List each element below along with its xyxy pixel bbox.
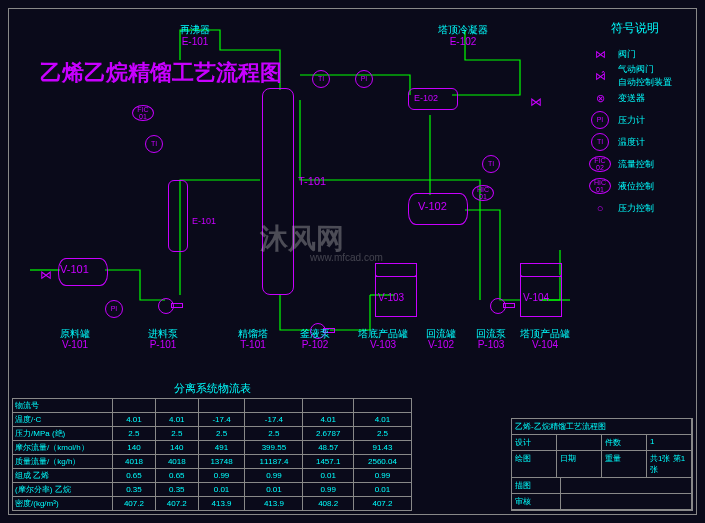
legend-symbol: ⊗	[582, 92, 618, 105]
legend-text: 压力控制	[618, 202, 654, 215]
legend-title: 符号说明	[582, 20, 687, 37]
legend-symbol: ⋈	[582, 48, 618, 61]
valve-2	[530, 92, 540, 100]
tb-design: 设计	[512, 435, 557, 450]
feed-pump	[158, 298, 174, 314]
watermark-url: www.mfcad.com	[310, 252, 383, 263]
reboiler-label: 再沸器E-101	[180, 24, 210, 48]
tb-check: 审核	[512, 494, 561, 509]
legend-symbol: ⋈̂	[582, 70, 618, 83]
table-title: 分离系统物流表	[12, 381, 412, 396]
legend-symbol: ○	[582, 202, 618, 214]
lbl-column: 精馏塔T-101	[238, 328, 268, 350]
pi-2: PI	[355, 70, 373, 88]
lbl-reflux-pump: 回流泵P-103	[476, 328, 506, 350]
lbl-feed-pump: 进料泵P-101	[148, 328, 178, 350]
lbl-bottom-tank: 塔底产品罐V-103	[358, 328, 408, 350]
lbl-top-tank: 塔顶产品罐V-104	[520, 328, 570, 350]
pi-1: PI	[105, 300, 123, 318]
legend-symbol: PI	[582, 111, 618, 129]
legend-symbol: HIC01	[582, 178, 618, 194]
valve-1	[40, 265, 50, 273]
reflux-pump	[490, 298, 506, 314]
legend: 符号说明 ⋈阀门⋈̂气动阀门 自动控制装置⊗变送器PI压力计TI温度计FIC02…	[582, 20, 687, 219]
exchanger-e101	[168, 180, 188, 252]
main-title: 乙烯乙烷精馏工艺流程图	[40, 58, 282, 88]
lbl-bottom-pump: 釜液泵P-102	[300, 328, 330, 350]
ti-1: TI	[145, 135, 163, 153]
ex-e102-tag: E-102	[414, 92, 438, 104]
legend-text: 温度计	[618, 136, 645, 149]
tb-empty	[557, 435, 602, 450]
column-tag: T-101	[298, 175, 326, 187]
lbl-reflux-tank: 回流罐V-102	[426, 328, 456, 350]
tb-count-lbl: 件数	[602, 435, 647, 450]
legend-text: 阀门	[618, 48, 636, 61]
title-block: 乙烯-乙烷精馏工艺流程图 设计 件数 1 绘图 日期 重量 共1张 第1张 描图…	[511, 418, 693, 511]
legend-symbol: TI	[582, 133, 618, 151]
legend-symbol: FIC02	[582, 156, 618, 172]
legend-text: 液位控制	[618, 180, 654, 193]
tb-draw: 绘图	[512, 451, 557, 477]
legend-text: 流量控制	[618, 158, 654, 171]
tb-weight: 重量	[602, 451, 647, 477]
tb-name: 乙烯-乙烷精馏工艺流程图	[512, 419, 692, 434]
v103-tag: V-103	[378, 292, 404, 304]
tb-trace: 描图	[512, 478, 561, 493]
stream-table: 分离系统物流表 物流号温度/·C4.014.01-17.4-17.44.014.…	[12, 381, 412, 511]
tb-sheet: 共1张 第1张	[647, 451, 692, 477]
legend-text: 变送器	[618, 92, 645, 105]
ti-3: TI	[482, 155, 500, 173]
tb-count: 1	[647, 435, 692, 450]
reflux-tank-tag: V-102	[418, 200, 447, 212]
tb-date: 日期	[557, 451, 602, 477]
stream-data-table: 物流号温度/·C4.014.01-17.4-17.44.014.01压力/MPa…	[12, 398, 412, 511]
distillation-column	[262, 88, 294, 295]
ex-e101-tag: E-101	[192, 215, 216, 227]
hic-1: HIC01	[472, 185, 494, 201]
legend-text: 压力计	[618, 114, 645, 127]
feed-tank-tag: V-101	[60, 263, 89, 275]
lbl-feed-tank: 原料罐V-101	[60, 328, 90, 350]
condenser-label: 塔顶冷凝器E-102	[438, 24, 488, 48]
fic-1: FIC01	[132, 105, 154, 121]
ti-2: TI	[312, 70, 330, 88]
legend-text: 气动阀门 自动控制装置	[618, 63, 672, 89]
v104-tag: V-104	[523, 292, 549, 304]
